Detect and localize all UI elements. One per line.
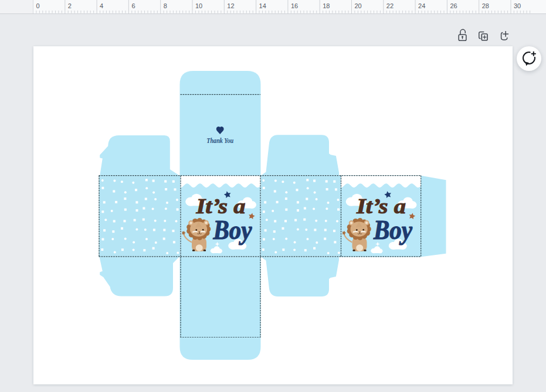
svg-text:20: 20 (355, 2, 362, 9)
svg-text:0: 0 (36, 2, 40, 9)
svg-text:10: 10 (195, 2, 202, 9)
svg-text:30: 30 (514, 2, 521, 9)
svg-text:14: 14 (259, 2, 266, 9)
svg-text:4: 4 (100, 2, 103, 9)
svg-text:28: 28 (482, 2, 489, 9)
svg-text:24: 24 (418, 2, 425, 9)
svg-text:12: 12 (227, 2, 234, 9)
svg-text:6: 6 (131, 2, 135, 9)
svg-text:26: 26 (450, 2, 457, 9)
svg-text:18: 18 (323, 2, 330, 9)
svg-text:Thank You: Thank You (206, 136, 233, 145)
svg-text:8: 8 (164, 2, 167, 9)
svg-text:22: 22 (386, 2, 394, 9)
svg-text:2: 2 (68, 2, 72, 9)
svg-text:16: 16 (291, 2, 298, 9)
